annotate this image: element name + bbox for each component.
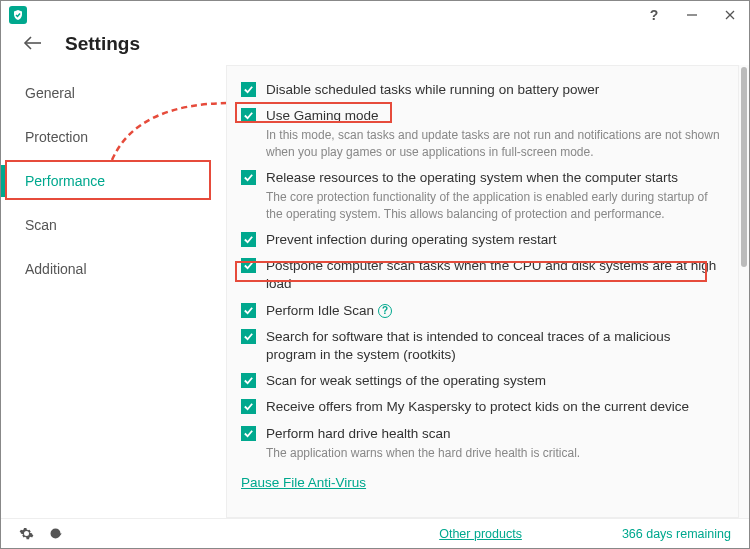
titlebar: ? [1,1,749,29]
checkbox[interactable] [241,426,256,441]
header: Settings [1,29,749,65]
option-description: The core protection functionality of the… [266,189,720,223]
scroll-thumb[interactable] [741,67,747,267]
sidebar-item-scan[interactable]: Scan [1,203,226,247]
checkbox[interactable] [241,329,256,344]
option-postpone-scan: Postpone computer scan tasks when the CP… [239,254,726,296]
option-label: Prevent infection during operating syste… [266,231,720,249]
sidebar: General Protection Performance Scan Addi… [1,65,226,518]
scrollbar[interactable] [739,65,749,518]
checkbox[interactable] [241,399,256,414]
sidebar-item-label: General [25,85,75,101]
checkbox[interactable] [241,232,256,247]
minimize-button[interactable] [673,1,711,29]
option-hdd-health: Perform hard drive health scan The appli… [239,422,726,465]
sidebar-item-label: Scan [25,217,57,233]
pause-antivirus-link[interactable]: Pause File Anti-Virus [241,475,366,490]
option-label: Search for software that is intended to … [266,328,720,364]
option-label: Postpone computer scan tasks when the CP… [266,257,720,293]
help-icon[interactable]: ? [378,304,392,318]
option-offers: Receive offers from My Kaspersky to prot… [239,395,726,419]
sidebar-item-label: Additional [25,261,87,277]
option-gaming-mode: Use Gaming mode In this mode, scan tasks… [239,104,726,164]
sidebar-item-general[interactable]: General [1,71,226,115]
sidebar-item-protection[interactable]: Protection [1,115,226,159]
option-weak-settings: Scan for weak settings of the operating … [239,369,726,393]
checkbox[interactable] [241,108,256,123]
refresh-icon[interactable] [48,526,63,541]
option-label: Perform Idle Scan? [266,302,720,320]
back-arrow-icon[interactable] [23,35,43,53]
sidebar-item-label: Performance [25,173,105,189]
option-idle-scan: Perform Idle Scan? [239,299,726,323]
page-title: Settings [65,33,140,55]
gear-icon[interactable] [19,526,34,541]
checkbox[interactable] [241,303,256,318]
app-shield-icon [9,6,27,24]
option-label: Release resources to the operating syste… [266,169,720,187]
option-release-resources: Release resources to the operating syste… [239,166,726,226]
option-label: Use Gaming mode [266,107,720,125]
sidebar-item-performance[interactable]: Performance [1,159,226,203]
checkbox[interactable] [241,258,256,273]
help-button[interactable]: ? [635,1,673,29]
other-products-link[interactable]: Other products [439,527,522,541]
checkbox[interactable] [241,170,256,185]
option-description: In this mode, scan tasks and update task… [266,127,720,161]
checkbox[interactable] [241,373,256,388]
settings-content-pane: Disable scheduled tasks while running on… [226,65,739,518]
sidebar-item-additional[interactable]: Additional [1,247,226,291]
option-prevent-infection: Prevent infection during operating syste… [239,228,726,252]
sidebar-item-label: Protection [25,129,88,145]
statusbar: Other products 366 days remaining [1,518,749,548]
option-rootkits: Search for software that is intended to … [239,325,726,367]
checkbox[interactable] [241,82,256,97]
option-label: Scan for weak settings of the operating … [266,372,720,390]
option-battery: Disable scheduled tasks while running on… [239,78,726,102]
close-button[interactable] [711,1,749,29]
option-label: Receive offers from My Kaspersky to prot… [266,398,720,416]
license-status: 366 days remaining [622,527,731,541]
option-label: Disable scheduled tasks while running on… [266,81,720,99]
option-description: The application warns when the hard driv… [266,445,720,462]
option-label: Perform hard drive health scan [266,425,720,443]
